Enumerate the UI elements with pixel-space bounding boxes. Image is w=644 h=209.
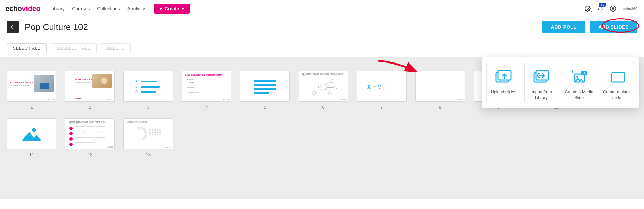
media-slide-icon: + bbox=[564, 67, 595, 86]
slide-number: 6 bbox=[299, 104, 348, 110]
nav-courses[interactable]: Courses bbox=[72, 6, 90, 11]
slide-preview bbox=[7, 118, 56, 149]
gear-icon[interactable]: ▾ bbox=[584, 5, 591, 12]
import-library-option[interactable]: Import from Library bbox=[524, 62, 559, 103]
add-poll-button[interactable]: ADD POLL bbox=[542, 21, 585, 33]
logo[interactable]: echovideo bbox=[5, 4, 40, 13]
nav-links: Library Courses Collections Analytics bbox=[50, 6, 146, 11]
svg-rect-12 bbox=[612, 73, 625, 82]
slides-canvas: Upload slides Import from Library + Crea… bbox=[0, 57, 644, 199]
slide-preview: A B C bbox=[123, 71, 173, 102]
nav-analytics[interactable]: Analytics bbox=[127, 6, 146, 11]
slide-thumbnail[interactable]: HIGHLIGHTS EXAMPLE OF BULLET POINTS WITH… bbox=[65, 118, 115, 157]
deselect-all-button[interactable]: DESELECT ALL bbox=[51, 43, 97, 53]
slide-number: 12 bbox=[65, 152, 115, 157]
add-slides-dropdown: Upload slides Import from Library + Crea… bbox=[482, 57, 639, 108]
upload-label: Upload slides bbox=[488, 89, 519, 95]
slide-thumbnail[interactable]: 5 bbox=[240, 71, 290, 110]
svg-point-0 bbox=[587, 8, 589, 10]
svg-text:+: + bbox=[571, 69, 574, 75]
page-title: Pop Culture 102 bbox=[25, 22, 88, 32]
import-label: Import from Library bbox=[526, 89, 557, 101]
create-blank-option[interactable]: + Create a blank slide bbox=[600, 62, 634, 103]
title-actions: ADD POLL ADD SLIDES bbox=[542, 21, 637, 33]
add-slides-button[interactable]: ADD SLIDES bbox=[590, 21, 637, 33]
slide-number: 4 bbox=[182, 104, 231, 110]
slide-number: 1 bbox=[7, 104, 56, 110]
chevron-down-icon bbox=[181, 8, 184, 10]
slide-preview: MISC GRAPHIC ELEMENTS echo360 bbox=[123, 118, 173, 149]
chevron-down-icon: ▾ bbox=[591, 10, 592, 13]
upload-slides-option[interactable]: Upload slides bbox=[486, 62, 521, 103]
import-icon bbox=[526, 67, 557, 86]
slide-preview: SOLO PRESENTATION TITLE SUBTITLE GOES HE… bbox=[7, 71, 56, 102]
slide-thumbnail[interactable]: PRODUCT & PRODUCT: EXAMPLE OF INFOGRAPHI… bbox=[299, 71, 348, 110]
create-label: Create bbox=[165, 6, 179, 11]
profile-icon[interactable] bbox=[610, 5, 616, 12]
slide-thumbnail[interactable]: x + y 7 bbox=[357, 71, 407, 110]
back-button[interactable] bbox=[7, 21, 19, 33]
brand-badge: echo360 bbox=[623, 7, 637, 11]
create-media-option[interactable]: + Create a Media Slide bbox=[562, 62, 596, 103]
slide-number: 2 bbox=[65, 104, 115, 110]
slide-number: 3 bbox=[123, 104, 173, 110]
logo-echo: echo bbox=[5, 4, 22, 13]
blank-slide-icon: + bbox=[601, 67, 633, 86]
slide-preview: HIGHLIGHTS EXAMPLE OF BULLET POINTS WITH… bbox=[65, 118, 115, 149]
slide-preview: PRODUCT & PRODUCT: EXAMPLE OF INFOGRAPHI… bbox=[299, 71, 348, 102]
svg-point-9 bbox=[576, 76, 578, 78]
slide-number: 8 bbox=[415, 104, 465, 110]
slide-number: 7 bbox=[357, 104, 407, 110]
blank-label: Create a blank slide bbox=[601, 89, 633, 101]
upload-icon bbox=[488, 67, 519, 86]
slide-thumbnail[interactable]: MISC GRAPHIC ELEMENTS echo360 13 bbox=[123, 118, 173, 157]
svg-point-2 bbox=[612, 7, 614, 9]
slide-preview: echo360 bbox=[415, 71, 465, 102]
slide-thumbnail[interactable]: A B C 3 bbox=[123, 71, 173, 110]
slide-preview: SOLO DISCUSSION SLIDE (NOTICE FOOTER) • … bbox=[182, 71, 231, 102]
logo-video: video bbox=[22, 4, 40, 13]
media-label: Create a Media Slide bbox=[564, 89, 595, 101]
slide-preview bbox=[240, 71, 290, 102]
slide-thumbnail[interactable]: PARTNER PRESENTATION TITLE SUBTITLE GOES… bbox=[65, 71, 115, 110]
delete-button[interactable]: DELETE bbox=[101, 43, 131, 53]
slide-preview: PARTNER PRESENTATION TITLE SUBTITLE GOES… bbox=[65, 71, 115, 102]
nav-library[interactable]: Library bbox=[50, 6, 65, 11]
topbar: echovideo Library Courses Collections An… bbox=[0, 0, 644, 17]
slide-thumbnail[interactable]: SOLO DISCUSSION SLIDE (NOTICE FOOTER) • … bbox=[182, 71, 231, 110]
nav-collections[interactable]: Collections bbox=[97, 6, 120, 11]
bell-icon[interactable]: 25 bbox=[597, 5, 604, 12]
slide-thumbnail[interactable]: SOLO PRESENTATION TITLE SUBTITLE GOES HE… bbox=[7, 71, 56, 110]
slide-number: 11 bbox=[7, 152, 56, 157]
slide-number: 5 bbox=[240, 104, 290, 110]
wand-icon: ✦ bbox=[159, 6, 163, 11]
create-button[interactable]: ✦ Create bbox=[154, 4, 190, 14]
notification-badge: 25 bbox=[599, 3, 606, 7]
slide-thumbnail[interactable]: 11 bbox=[7, 118, 56, 157]
slide-preview: x + y bbox=[357, 71, 407, 102]
titlebar: Pop Culture 102 ADD POLL ADD SLIDES bbox=[0, 17, 644, 39]
topbar-right: ▾ 25 echo360 bbox=[584, 5, 637, 12]
select-all-button[interactable]: SELECT ALL bbox=[7, 43, 47, 53]
slide-number: 13 bbox=[123, 152, 173, 157]
selection-toolbar: SELECT ALL DESELECT ALL DELETE bbox=[0, 39, 644, 57]
slide-thumbnail[interactable]: echo360 8 bbox=[415, 71, 465, 110]
